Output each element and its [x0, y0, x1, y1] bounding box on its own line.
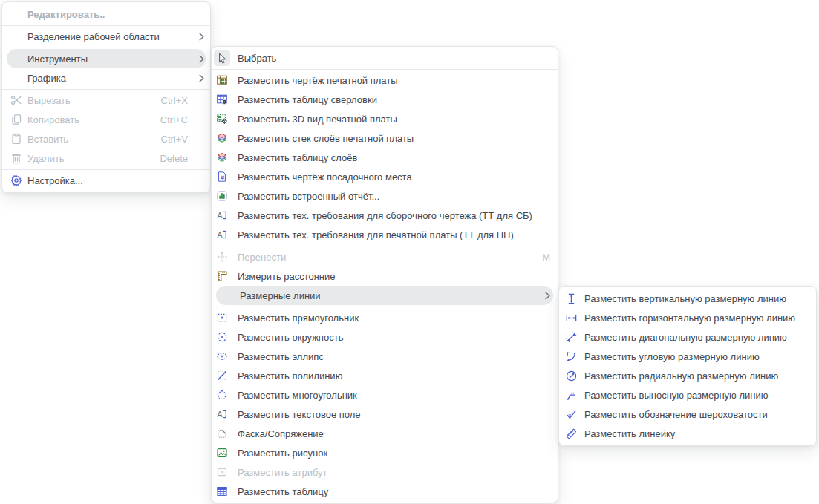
menu-item-measure-distance[interactable]: Измерить расстояние — [212, 266, 558, 286]
menu-item-place-picture[interactable]: Разместить рисунок — [212, 443, 558, 462]
menu-item-label: Разместить стек слоёв печатной платы — [238, 133, 550, 144]
menu-item-place-layer-table[interactable]: Разместить таблицу слоёв — [212, 148, 558, 167]
menu-item-label: Разместить таблицу слоёв — [238, 152, 550, 163]
menu-item-cut: ВырезатьCtrl+X — [2, 91, 210, 110]
menu-item-place-pcb-3d-view[interactable]: Разместить 3D вид печатной платы — [212, 109, 558, 128]
menu-separator — [212, 307, 558, 307]
chamfer-icon — [214, 425, 230, 442]
ellipse-icon — [214, 348, 230, 364]
menu-item-label: Измерить расстояние — [238, 271, 550, 282]
chevron-right-icon — [194, 55, 204, 63]
menu-item-label: Разместить эллипс — [238, 351, 550, 362]
menu-separator — [2, 48, 210, 48]
menu-item-select[interactable]: Выбрать — [212, 48, 558, 68]
menu-item-label: Разместить окружность — [238, 332, 550, 343]
menu-item-label: Разместить горизонтальную размерную лини… — [584, 312, 809, 324]
menu-item-place-polygon[interactable]: Разместить многоугольник — [212, 385, 558, 405]
menu-item-place-table[interactable]: Разместить таблицу — [212, 482, 558, 501]
menu-item-label: Разместить 3D вид печатной платы — [238, 114, 550, 125]
polygon-icon — [214, 387, 230, 403]
circle-icon — [214, 329, 230, 345]
roughness-icon — [565, 408, 578, 421]
shortcut-label: Ctrl+V — [161, 134, 188, 145]
copy-icon — [10, 114, 22, 125]
menu-item-label: Инструменты — [27, 53, 188, 65]
menu-item-label: Разместить полилинию — [238, 370, 550, 382]
menu-item-label: Вставить — [27, 134, 152, 145]
embedded-report-icon — [214, 188, 230, 204]
menu-item-place-tech-req-assembly[interactable]: AРазместить тех. требования для сборочно… — [212, 206, 558, 225]
polyline-icon — [214, 367, 230, 384]
menu-item-label: Разместить таблицу сверловки — [238, 94, 550, 105]
drill-table-icon — [214, 91, 230, 108]
menu-item-place-drill-table[interactable]: Разместить таблицу сверловки — [212, 90, 558, 109]
shortcut-label: Delete — [160, 153, 188, 164]
tech-req-icon: A — [214, 226, 230, 243]
dim-leader-icon — [565, 389, 578, 402]
trash-icon — [10, 152, 22, 164]
svg-text:A: A — [217, 230, 222, 239]
menu-item-dimension-lines[interactable]: Размерные линии — [216, 286, 553, 305]
menu-item-label: Размерные линии — [240, 290, 534, 301]
tools-submenu: ВыбратьРазместить чертёж печатной платыР… — [211, 46, 558, 503]
menu-item-label: Разместить текстовое поле — [238, 409, 550, 420]
menu-item-place-angular-dim[interactable]: Разместить угловую размерную линию — [559, 347, 816, 366]
chevron-right-icon — [540, 292, 550, 300]
move-icon — [214, 249, 230, 265]
menu-item-tools[interactable]: Инструменты — [7, 49, 206, 68]
menu-separator — [2, 169, 210, 170]
text-field-icon: A — [214, 406, 230, 422]
rectangle-icon — [214, 310, 230, 326]
layer-stack-icon — [214, 130, 230, 146]
menu-item-label: Удалить — [27, 153, 151, 164]
menu-item-place-circle[interactable]: Разместить окружность — [212, 327, 558, 347]
menu-item-place-footprint-drawing[interactable]: FРазместить чертёж посадочного места — [212, 167, 558, 186]
edit-context-menu: Редактировать..Разделение рабочей област… — [1, 1, 211, 193]
shortcut-label: M — [542, 252, 550, 263]
menu-item-label: Разместить многоугольник — [238, 390, 550, 401]
menu-item-place-pcb-drawing[interactable]: Разместить чертёж печатной платы — [212, 71, 558, 90]
menu-item-label: Разместить чертёж посадочного места — [238, 171, 550, 183]
menu-item-label: Разместить диагональную размерную линию — [584, 332, 809, 343]
menu-item-label: Разместить обозначение шероховатости — [584, 409, 809, 420]
menu-item-place-vertical-dim[interactable]: Разместить вертикальную размерную линию — [559, 289, 816, 308]
menu-item-settings[interactable]: Настройка... — [2, 171, 210, 190]
cursor-icon — [214, 50, 230, 66]
menu-item-label: Разделение рабочей области — [27, 31, 188, 42]
menu-item-label: Разместить вертикальную размерную линию — [584, 293, 809, 304]
attribute-icon: a — [214, 464, 230, 480]
menu-item-graphics[interactable]: Графика — [2, 68, 210, 88]
shortcut-label: Ctrl+X — [161, 95, 188, 106]
menu-item-place-ellipse[interactable]: Разместить эллипс — [212, 347, 558, 366]
menu-item-label: Разместить угловую размерную линию — [584, 351, 809, 362]
menu-item-place-polyline[interactable]: Разместить полилинию — [212, 366, 558, 385]
icon-slot — [10, 8, 22, 20]
menu-item-label: Разместить встроенный отчёт... — [238, 191, 550, 202]
menu-item-label: Копировать — [27, 114, 151, 125]
menu-item-label: Выбрать — [238, 53, 550, 64]
menu-separator — [2, 25, 210, 26]
menu-item-split-workspace[interactable]: Разделение рабочей области — [2, 27, 210, 46]
menu-item-label: Перенести — [238, 252, 533, 263]
menu-item-place-embedded-report[interactable]: Разместить встроенный отчёт... — [212, 186, 558, 206]
svg-text:a: a — [221, 469, 224, 476]
icon-slot — [10, 53, 22, 65]
menu-item-copy: КопироватьCtrl+C — [2, 110, 210, 129]
menu-item-place-text-field[interactable]: AРазместить текстовое поле — [212, 405, 558, 424]
menu-separator — [212, 246, 558, 246]
menu-item-place-radial-dim[interactable]: Разместить радиальную размерную линию — [559, 366, 816, 385]
menu-item-place-roughness-symbol[interactable]: Разместить обозначение шероховатости — [559, 405, 816, 424]
gear-icon — [10, 174, 22, 186]
menu-item-label: Разместить рисунок — [238, 448, 550, 459]
menu-item-label: Разместить атрибут — [238, 467, 550, 478]
menu-item-place-leader-dim[interactable]: Разместить выносную размерную линию — [559, 385, 816, 405]
menu-item-place-diagonal-dim[interactable]: Разместить диагональную размерную линию — [559, 327, 816, 347]
menu-item-place-rectangle[interactable]: Разместить прямоугольник — [212, 308, 558, 327]
menu-item-place-tech-req-pcb[interactable]: AРазместить тех. требования для печатной… — [212, 225, 558, 244]
menu-item-label: Редактировать.. — [27, 9, 188, 20]
menu-item-place-layer-stack[interactable]: Разместить стек слоёв печатной платы — [212, 128, 558, 148]
icon-slot — [10, 30, 22, 42]
menu-item-chamfer-fillet[interactable]: Фаска/Сопряжение — [212, 424, 558, 443]
menu-item-place-ruler[interactable]: Разместить линейку — [559, 424, 816, 443]
menu-item-place-horizontal-dim[interactable]: Разместить горизонтальную размерную лини… — [559, 308, 816, 327]
